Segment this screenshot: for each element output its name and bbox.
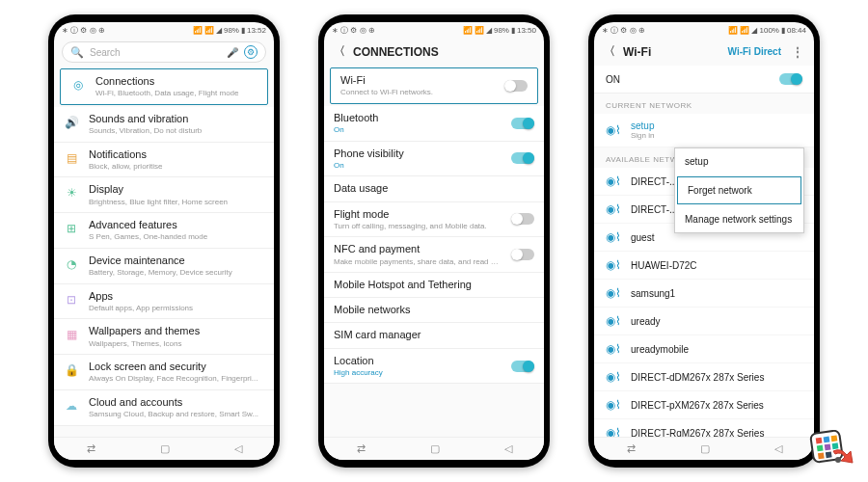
more-icon[interactable]: ⋮ (791, 44, 804, 60)
recent-button[interactable]: ⇄ (357, 442, 366, 455)
account-icon[interactable]: ⚙ (244, 45, 258, 59)
wifi-toggle[interactable] (779, 73, 802, 85)
item-icon: ⊞ (64, 221, 79, 236)
item-title: SIM card manager (334, 329, 534, 341)
status-bar: ∗ ⓘ ⚙ ◎ ⊕ 📶 📶 ◢98%▮13:52 (54, 22, 274, 38)
wifi-network[interactable]: ◉⌇ DIRECT-RqM267x 287x Series (594, 419, 814, 437)
settings-list: ◎ Connections Wi-Fi, Bluetooth, Data usa… (54, 67, 274, 437)
network-sub: Sign in (631, 131, 654, 140)
settings-item-device-maintenance[interactable]: ◔ Device maintenance Battery, Storage, M… (54, 249, 274, 284)
home-button[interactable]: ▢ (700, 442, 710, 455)
phone-wifi: ∗ ⓘ ⚙ ◎ ⊕ 📶 📶 ◢100%▮08:44 〈 Wi-Fi Wi-Fi … (588, 14, 820, 468)
svg-point-9 (835, 457, 841, 463)
item-sub: Turn off calling, messaging, and Mobile … (334, 222, 502, 231)
phone-connections: ∗ ⓘ ⚙ ◎ ⊕ 📶 📶 ◢98%▮13:50 〈 CONNECTIONS W… (318, 14, 550, 468)
watermark-logo (804, 430, 856, 474)
settings-item-lock-screen-and-security[interactable]: 🔒 Lock screen and security Always On Dis… (54, 355, 274, 390)
network-name: HUAWEI-D72C (631, 260, 697, 271)
settings-item-wallpapers-and-themes[interactable]: ▦ Wallpapers and themes Wallpapers, Them… (54, 319, 274, 355)
settings-item-cloud-and-accounts[interactable]: ☁ Cloud and accounts Samsung Cloud, Back… (54, 390, 274, 426)
wifi-network[interactable]: ◉⌇ HUAWEI-D72C (594, 252, 814, 280)
wifi-icon: ◉⌇ (606, 202, 621, 216)
home-button[interactable]: ▢ (160, 442, 170, 455)
header: 〈 CONNECTIONS (324, 38, 544, 66)
item-sub: Battery, Storage, Memory, Device securit… (89, 268, 264, 278)
wifi-icon: ◉⌇ (606, 342, 621, 356)
recent-button[interactable]: ⇄ (627, 442, 636, 455)
back-icon[interactable]: 〈 (604, 43, 615, 60)
wifi-network[interactable]: ◉⌇ samsung1 (594, 280, 814, 308)
recent-button[interactable]: ⇄ (87, 442, 95, 455)
wifi-network[interactable]: ◉⌇ DIRECT-dDM267x 287x Series (594, 363, 814, 391)
settings-item-apps[interactable]: ⊡ Apps Default apps, App permissions (54, 284, 274, 320)
settings-item-advanced-features[interactable]: ⊞ Advanced features S Pen, Games, One-ha… (54, 213, 274, 249)
toggle[interactable] (511, 152, 534, 164)
back-icon[interactable]: 〈 (334, 43, 345, 60)
wifi-network[interactable]: ◉⌇ uready (594, 308, 814, 335)
toggle[interactable] (511, 213, 534, 225)
connection-item-location[interactable]: LocationHigh accuracy (324, 349, 544, 385)
home-button[interactable]: ▢ (430, 442, 440, 455)
header-title: Wi-Fi (623, 45, 651, 59)
item-title: Display (89, 183, 264, 196)
wifi-icon: ◉⌇ (606, 286, 621, 300)
svg-rect-2 (824, 437, 830, 443)
network-name: DIRECT-dDM267x 287x Series (631, 372, 764, 383)
menu-item-setup[interactable]: setup (675, 148, 803, 174)
menu-item-manage[interactable]: Manage network settings (675, 206, 803, 232)
item-icon: ⊡ (64, 292, 79, 308)
search-bar[interactable]: 🔍 Search 🎤 ⚙ (62, 41, 266, 63)
context-menu: setup Forget network Manage network sett… (674, 147, 804, 233)
wifi-direct-link[interactable]: Wi-Fi Direct (728, 46, 781, 57)
settings-item-connections[interactable]: ◎ Connections Wi-Fi, Bluetooth, Data usa… (60, 68, 268, 105)
wifi-content: CURRENT NETWORK ◉⌇ setup Sign in AVAILAB… (594, 94, 814, 437)
wifi-icon: ◉⌇ (606, 230, 621, 244)
item-sub: High accuracy (334, 368, 502, 378)
back-button[interactable]: ◁ (774, 442, 782, 455)
connection-item-wi-fi[interactable]: Wi-FiConnect to Wi-Fi networks. (330, 67, 538, 104)
mic-icon[interactable]: 🎤 (227, 47, 238, 58)
connection-item-nfc-and-payment[interactable]: NFC and paymentMake mobile payments, sha… (324, 237, 544, 273)
status-bar: ∗ ⓘ ⚙ ◎ ⊕ 📶 📶 ◢98%▮13:50 (324, 22, 544, 38)
toggle[interactable] (511, 361, 534, 372)
wifi-network[interactable]: ◉⌇ DIRECT-pXM267x 287x Series (594, 391, 814, 419)
item-sub: Always On Display, Face Recognition, Fin… (89, 374, 264, 384)
svg-rect-4 (817, 445, 824, 452)
toggle[interactable] (511, 118, 534, 129)
item-icon: ☁ (64, 398, 79, 414)
toggle[interactable] (504, 80, 528, 92)
nav-bar: ⇄ ▢ ◁ (324, 437, 544, 460)
connection-item-bluetooth[interactable]: BluetoothOn (324, 106, 544, 142)
connection-item-data-usage[interactable]: Data usage (324, 176, 544, 201)
settings-item-display[interactable]: ☀ Display Brightness, Blue light filter,… (54, 177, 274, 213)
connection-item-phone-visibility[interactable]: Phone visibilityOn (324, 142, 544, 177)
menu-item-forget[interactable]: Forget network (677, 176, 801, 204)
connection-item-sim-card-manager[interactable]: SIM card manager (324, 323, 544, 348)
current-network[interactable]: ◉⌇ setup Sign in (594, 114, 814, 147)
back-button[interactable]: ◁ (234, 442, 242, 455)
svg-rect-1 (816, 438, 823, 444)
svg-rect-5 (825, 443, 831, 450)
network-name: DIRECT-... (631, 204, 677, 215)
settings-item-sounds-and-vibration[interactable]: 🔊 Sounds and vibration Sounds, Vibration… (54, 107, 274, 143)
connection-item-mobile-networks[interactable]: Mobile networks (324, 298, 544, 323)
item-icon: 🔊 (64, 115, 79, 130)
connection-item-mobile-hotspot-and-tethering[interactable]: Mobile Hotspot and Tethering (324, 273, 544, 298)
connection-item-flight-mode[interactable]: Flight modeTurn off calling, messaging, … (324, 202, 544, 238)
item-sub: Wallpapers, Themes, Icons (89, 339, 264, 349)
network-name: DIRECT-... (631, 176, 677, 187)
wifi-icon: ◉⌇ (606, 398, 621, 412)
search-icon: 🔍 (70, 46, 84, 59)
current-network-header: CURRENT NETWORK (594, 94, 814, 114)
wifi-master-toggle-row[interactable]: ON (594, 66, 814, 94)
toggle[interactable] (511, 249, 534, 260)
wifi-network[interactable]: ◉⌇ ureadymobile (594, 335, 814, 363)
settings-item-notifications[interactable]: ▤ Notifications Block, allow, prioritise (54, 143, 274, 178)
item-title: NFC and payment (334, 243, 502, 255)
item-title: Connections (95, 75, 258, 88)
item-title: Flight mode (334, 208, 502, 221)
network-name: DIRECT-pXM267x 287x Series (631, 400, 764, 411)
item-icon: 🔒 (64, 362, 79, 378)
item-sub: On (334, 125, 502, 135)
back-button[interactable]: ◁ (504, 442, 512, 455)
